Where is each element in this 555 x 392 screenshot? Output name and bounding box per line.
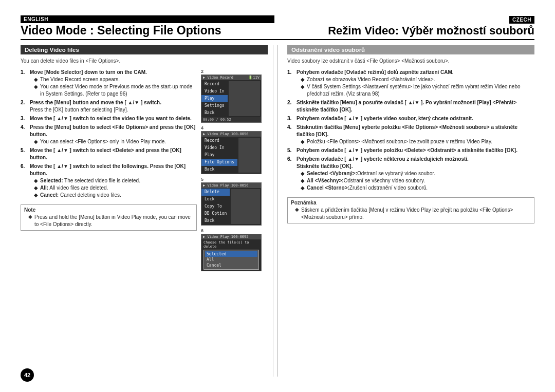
main-content: Deleting Video files You can delete vide… <box>21 45 534 377</box>
step-3-content: Move the [ ▲/▼ ] switch to select the vi… <box>30 115 197 122</box>
step-5-content: Move the [ ▲/▼ ] switch to select <Delet… <box>30 147 197 161</box>
step-1: 1. Move [Mode Selector] down to turn on … <box>21 69 197 98</box>
step-6-content: Move the [ ▲/▼ ] switch to select the fo… <box>30 163 197 199</box>
step-5: 5. Move the [ ▲/▼ ] switch to select <De… <box>21 147 197 161</box>
page-number: 42 <box>21 368 34 382</box>
main-title-left: Video Mode : Selecting File Options <box>21 24 278 37</box>
sim-screen-2: ▶ Video Record 🔋11V Record Video In Play… <box>201 74 262 123</box>
step-5-num: 5. <box>21 147 28 161</box>
step-6-bullet-1: ◆ Selected: The selected video file is d… <box>34 177 197 184</box>
lang-badge-czech: CZECH <box>509 16 534 24</box>
sim-screen-4: ▶ Video Play 100-0056 Record Video In Pl… <box>201 131 262 174</box>
left-section-title: Deleting Video files <box>21 45 268 54</box>
step-1-content: Move [Mode Selector] down to turn on the… <box>30 69 197 98</box>
sim-screen-5: ▶ Video Play 100-0056 Delete Lock Copy T… <box>201 182 262 226</box>
screen-5: 5 ▶ Video Play 100-0056 Delete Lock Copy… <box>201 177 268 226</box>
right-step-1-num: 1. <box>287 69 294 98</box>
step-1-num: 1. <box>21 69 28 98</box>
step-3: 3. Move the [ ▲/▼ ] switch to select the… <box>21 115 197 122</box>
step-2-content: Press the [Menu] button and move the [ ▲… <box>30 99 197 114</box>
right-section-title: Odstranění video souborů <box>287 45 534 54</box>
poznamka-title: Poznámka <box>291 200 531 206</box>
step-4-content: Press the [Menu] button to select <File … <box>30 124 197 145</box>
screen-4: 4 ▶ Video Play 100-0056 Record Video In … <box>201 125 268 174</box>
step-6-bullet-2: ◆ All: All video files are deleted. <box>34 184 197 192</box>
right-step-4: 4. Stisknutím tlačítka [Menu] vyberte po… <box>287 124 534 145</box>
left-steps-area: 1. Move [Mode Selector] down to turn on … <box>21 69 268 271</box>
step-1-bullet-1: ◆ The Video Record screen appears. <box>34 76 197 83</box>
note-text: ◆ Press and hold the [Menu] button in Vi… <box>28 214 193 228</box>
step-1-bullet-2: ◆ You can select Video mode or Previous … <box>34 83 197 98</box>
step-4-num: 4. <box>21 124 28 145</box>
step-2: 2. Press the [Menu] button and move the … <box>21 99 197 114</box>
poznamka-box: Poznámka ◆ Stiskem a přidržením tlačítka… <box>287 197 534 223</box>
step-6-num: 6. <box>21 163 28 199</box>
right-step-1-content: Pohybem ovladače [Ovladač režimů] dolů z… <box>297 69 534 98</box>
step-4: 4. Press the [Menu] button to select <Fi… <box>21 124 197 145</box>
note-title: Note <box>24 207 193 213</box>
step-2-num: 2. <box>21 100 28 114</box>
right-step-2: 2. Stiskněte tlačítko [Menu] a posuňte o… <box>287 99 534 114</box>
right-column: Odstranění video souborů Video soubory l… <box>282 45 534 377</box>
right-step-1: 1. Pohybem ovladače [Ovladač režimů] dol… <box>287 69 534 98</box>
right-step-5: 5. Pohybem ovladače [ ▲/▼ ] vyberte polo… <box>287 147 534 154</box>
screens-container: 2 ▶ Video Record 🔋11V Record Video In <box>201 69 268 271</box>
left-section-desc: You can delete video files in <File Opti… <box>21 58 268 65</box>
step-6: 6. Move the [ ▲/▼ ] switch to select the… <box>21 163 197 199</box>
step-6-bullet-3: ◆ Cancel: Cancel deleting video files. <box>34 192 197 199</box>
right-section-desc: Video soubory lze odstranit v části <Fil… <box>287 58 534 65</box>
lang-badge-english: ENGLISH <box>21 15 274 23</box>
page: ENGLISH Video Mode : Selecting File Opti… <box>0 0 555 392</box>
note-box: Note ◆ Press and hold the [Menu] button … <box>21 204 197 231</box>
right-steps-text: 1. Pohybem ovladače [Ovladač režimů] dol… <box>287 69 534 223</box>
right-step-6: 6. Pohybem ovladače [ ▲/▼ ] vyberte někt… <box>287 156 534 192</box>
left-steps-text: 1. Move [Mode Selector] down to turn on … <box>21 69 197 271</box>
step-3-num: 3. <box>21 116 28 122</box>
right-step-3: 3. Pohybem ovladače [ ▲/▼ ] vyberte vide… <box>287 115 534 122</box>
step-4-bullet-1: ◆ You can select <File Options> only in … <box>34 138 197 145</box>
left-column: Deleting Video files You can delete vide… <box>21 45 273 377</box>
main-title-right: Režim Video: Výběr možností souborů <box>328 25 534 37</box>
screen-6: 6 ▶ Video Play 100-0095 Choose the file(… <box>201 228 268 271</box>
screen-2: 2 ▶ Video Record 🔋11V Record Video In <box>201 69 268 123</box>
column-divider <box>278 45 278 377</box>
sim-screen-6: ▶ Video Play 100-0095 Choose the file(s)… <box>201 234 262 271</box>
